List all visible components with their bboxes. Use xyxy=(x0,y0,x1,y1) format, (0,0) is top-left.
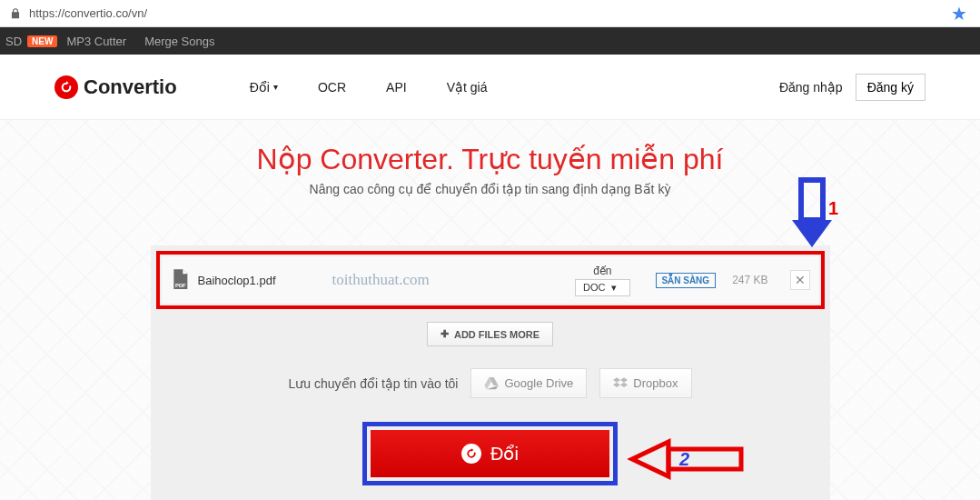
svg-marker-12 xyxy=(632,442,668,476)
hero-section: Nộp Converter. Trực tuyến miễn phí Nâng … xyxy=(0,120,980,500)
close-icon: ✕ xyxy=(795,273,806,287)
file-size: 247 KB xyxy=(732,274,767,286)
browser-url-bar: https://convertio.co/vn/ ★ xyxy=(0,0,980,27)
add-files-label: ADD FILES MORE xyxy=(454,329,539,340)
svg-text:2: 2 xyxy=(678,449,689,469)
bookmark-star-icon[interactable]: ★ xyxy=(951,3,967,25)
logo[interactable]: Convertio xyxy=(54,75,177,99)
to-label: đến xyxy=(593,265,611,277)
file-row: PDF Baihoclop1.pdf toithuthuat.com đến D… xyxy=(162,256,819,304)
file-row-highlight: PDF Baihoclop1.pdf toithuthuat.com đến D… xyxy=(156,251,825,309)
nav-vatgia[interactable]: Vật giá xyxy=(447,80,488,95)
svg-text:1: 1 xyxy=(828,198,838,218)
gdrive-label: Google Drive xyxy=(504,376,573,390)
svg-marker-8 xyxy=(620,377,628,382)
dropbox-button[interactable]: Dropbox xyxy=(599,368,691,398)
url-text[interactable]: https://convertio.co/vn/ xyxy=(29,6,971,20)
convert-icon xyxy=(461,444,481,464)
save-destination-row: Lưu chuyển đổi tập tin vào tôi Google Dr… xyxy=(156,368,825,398)
sd-label: SD xyxy=(5,35,27,48)
svg-marker-10 xyxy=(620,382,628,386)
ready-badge: SẴN SÀNG xyxy=(656,273,717,288)
nav-doi-label: Đổi xyxy=(250,80,270,95)
chevron-down-icon: ▾ xyxy=(273,82,278,92)
svg-marker-7 xyxy=(613,377,620,382)
convert-button-highlight: Đổi xyxy=(362,422,618,485)
topbar-mp3-cutter[interactable]: MP3 Cutter xyxy=(57,35,135,48)
watermark-text: toithuthuat.com xyxy=(332,271,430,289)
site-header: Convertio Đổi▾ OCR API Vật giá Đăng nhập… xyxy=(0,55,980,120)
format-value: DOC xyxy=(583,282,605,293)
format-select[interactable]: DOC ▾ xyxy=(575,279,629,296)
nav-api[interactable]: API xyxy=(386,80,407,95)
svg-text:PDF: PDF xyxy=(175,283,186,288)
svg-marker-1 xyxy=(792,220,832,247)
hero-title: Nộp Converter. Trực tuyến miễn phí xyxy=(118,142,863,176)
signup-button[interactable]: Đăng ký xyxy=(856,74,926,101)
svg-marker-9 xyxy=(613,382,620,386)
extension-topbar: SD NEW MP3 Cutter Merge Songs xyxy=(0,27,980,55)
login-link[interactable]: Đăng nhập xyxy=(779,80,843,95)
logo-icon xyxy=(54,75,78,99)
pdf-file-icon: PDF xyxy=(171,269,189,291)
logo-text: Convertio xyxy=(84,75,177,99)
lock-icon xyxy=(9,7,22,20)
caret-down-icon: ▾ xyxy=(611,282,617,294)
hero-subtitle: Nâng cao công cụ để chuyển đổi tập tin s… xyxy=(118,182,863,196)
save-label: Lưu chuyển đổi tập tin vào tôi xyxy=(288,376,458,391)
topbar-merge-songs[interactable]: Merge Songs xyxy=(135,35,223,48)
svg-rect-11 xyxy=(668,449,741,469)
dropbox-label: Dropbox xyxy=(633,376,678,390)
nav-doi[interactable]: Đổi▾ xyxy=(250,80,278,95)
main-nav: Đổi▾ OCR API Vật giá xyxy=(250,80,488,95)
target-format-block: đến DOC ▾ xyxy=(575,265,629,296)
convert-button[interactable]: Đổi xyxy=(371,430,609,477)
convert-label: Đổi xyxy=(490,443,519,465)
nav-ocr[interactable]: OCR xyxy=(318,80,346,95)
remove-file-button[interactable]: ✕ xyxy=(790,270,810,290)
google-drive-icon xyxy=(484,377,499,390)
add-files-button[interactable]: ✚ ADD FILES MORE xyxy=(427,322,553,346)
plus-icon: ✚ xyxy=(441,328,449,340)
annotation-arrow-2: 2 xyxy=(627,438,754,484)
dropbox-icon xyxy=(613,377,628,390)
google-drive-button[interactable]: Google Drive xyxy=(470,368,587,398)
new-badge: NEW xyxy=(27,35,57,47)
converter-panel: 1 PDF Baihoclop1.pdf toithuthuat.com đến… xyxy=(151,245,830,500)
file-name: Baihoclop1.pdf xyxy=(198,274,276,287)
